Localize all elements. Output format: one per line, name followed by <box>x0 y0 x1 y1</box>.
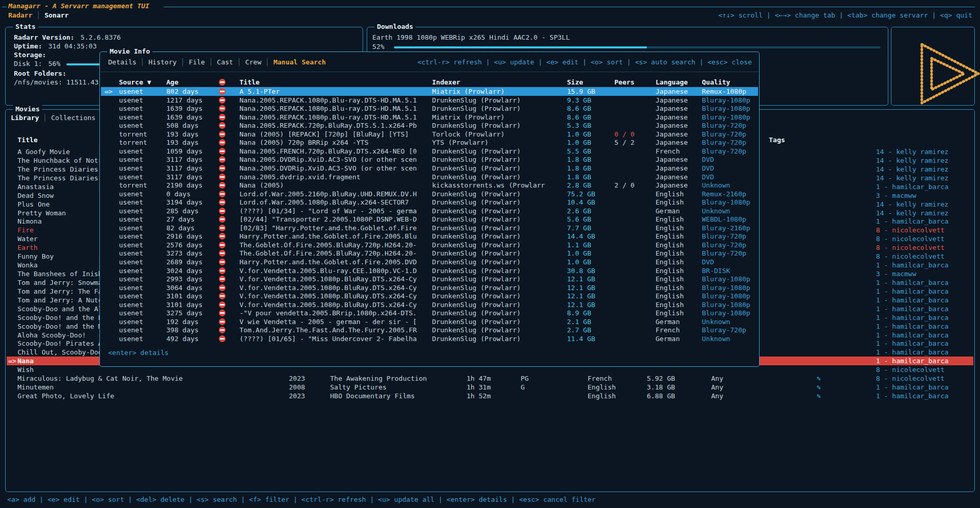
servarr-tab-radarr[interactable]: Radarr <box>8 11 32 19</box>
root-folders-heading: Root Folders: <box>14 70 66 77</box>
release-quality-cell: Unknown <box>702 181 730 190</box>
release-indexer-cell: Miatrix (Prowlarr) <box>432 87 505 96</box>
release-source-cell: usenet <box>119 258 143 266</box>
release-row[interactable]: usenet 1217 days Nana.2005.REPACK.1080p.… <box>101 96 758 105</box>
release-indexer-cell: DrunkenSlug (Prowlarr) <box>432 309 521 317</box>
movie-title-cell: Funny Boy <box>18 252 54 261</box>
release-language-cell: Japanese <box>656 104 688 113</box>
indexer-column-header[interactable]: Indexer <box>432 78 460 87</box>
release-row[interactable]: usenet 82 days [02/83] "Harry.Potter.and… <box>101 224 758 232</box>
movie-title-cell: Scooby-Doo! Pirates A <box>18 339 102 348</box>
movie-info-tab[interactable]: Crew <box>233 58 262 66</box>
release-row[interactable]: usenet 3101 days V.for.Vendetta.2005.108… <box>101 300 758 309</box>
age-column-header[interactable]: Age <box>166 78 178 87</box>
release-source-cell: torrent <box>119 138 147 147</box>
release-row[interactable]: usenet 492 days (????) [01/65] - "Miss U… <box>101 334 758 343</box>
movie-row[interactable]: Miraculous: Ladybug & Cat Noir, The Movi… <box>7 374 973 383</box>
movie-row[interactable]: Minutemen 2008 Salty Pictures 1h 31m G E… <box>7 383 973 392</box>
release-row[interactable]: usenet 27 days [02/44] "Transporter 2.20… <box>101 215 758 224</box>
release-title-cell: Lord.of.War.2005.2160p.BluRay.UHD.REMUX.… <box>239 190 417 198</box>
selection-marker: => <box>105 87 113 96</box>
peers-column-header[interactable]: Peers <box>614 78 634 87</box>
release-title-cell: [02/44] "Transporter 2.2005.1080P.DSNP.W… <box>239 215 417 224</box>
download-gauge <box>394 46 881 48</box>
movie-tag-cell: 1 - hamilcar_barca <box>876 348 949 357</box>
release-quality-cell: Unknown <box>702 334 730 343</box>
release-age-cell: 192 days <box>166 317 199 326</box>
release-row[interactable]: usenet 285 days (????) [01/34] - "Lord o… <box>101 207 758 215</box>
title-column-header[interactable]: Title <box>239 78 260 87</box>
selection-marker: => <box>8 357 16 365</box>
release-row[interactable]: usenet 0 days Lord.of.War.2005.2160p.Blu… <box>101 190 758 198</box>
release-row[interactable]: usenet 2576 days The.Goblet.Of.Fire.2005… <box>101 241 758 249</box>
rejected-icon <box>219 276 226 282</box>
release-row[interactable]: usenet 3117 days Nana.2005.DVDRip.XviD.A… <box>101 155 758 164</box>
release-age-cell: 2190 days <box>166 181 202 190</box>
movie-row[interactable]: Great Photo, Lovely Life 2023 HBO Docume… <box>7 392 973 400</box>
release-size-cell: 1.0 GB <box>567 258 591 266</box>
rejected-icon <box>219 327 226 333</box>
release-row[interactable]: usenet 3024 days V.for.Vendetta.2005.Blu… <box>101 266 758 275</box>
release-row[interactable]: usenet 192 days V wie Vendetta - 2005 - … <box>101 317 758 326</box>
release-size-cell: 2.7 GB <box>567 326 591 334</box>
release-row[interactable]: usenet 2916 days Harry.Potter.and.the.Go… <box>101 232 758 241</box>
release-row[interactable]: usenet 2689 days Harry.Potter.and.the.Go… <box>101 258 758 266</box>
release-indexer-cell: DrunkenSlug (Prowlarr) <box>432 232 521 241</box>
rejected-icon <box>219 165 226 172</box>
release-row[interactable]: usenet 3117 days nana.2005.dvdrip.xvid.f… <box>101 173 758 181</box>
movies-tab[interactable]: Collections <box>39 114 96 122</box>
release-row[interactable]: => usenet 802 days A 5.1-PTer Miatrix (P… <box>101 87 758 96</box>
rejected-icon <box>219 139 226 146</box>
release-language-cell: English <box>656 283 684 292</box>
movie-info-tab[interactable]: Details <box>108 58 136 66</box>
release-age-cell: 508 days <box>166 121 199 130</box>
release-row[interactable]: usenet 3101 days V.for.Vendetta.2005.108… <box>101 292 758 300</box>
release-row[interactable]: usenet 3194 days Lord.of.War.2005.1080p.… <box>101 198 758 207</box>
movie-info-tab[interactable]: Manual Search <box>261 58 325 66</box>
rejected-icon <box>219 318 226 325</box>
logo-panel <box>891 27 975 106</box>
movie-title-cell: Anastasia <box>18 182 54 191</box>
release-title-cell: V.for.Vendetta.2005.Blu-ray.CEE.1080p.VC… <box>239 266 417 275</box>
rejected-icon <box>219 156 226 163</box>
release-row[interactable]: usenet 1639 days Nana.2005.REPACK.1080p.… <box>101 113 758 122</box>
release-age-cell: 3117 days <box>166 173 202 181</box>
movie-info-tab[interactable]: File <box>177 58 205 66</box>
release-age-cell: 492 days <box>166 334 199 343</box>
release-row[interactable]: torrent 2190 days Nana (2005) kickasstor… <box>101 181 758 190</box>
release-row[interactable]: usenet 1639 days Nana.2005.REPACK.1080p.… <box>101 104 758 113</box>
release-size-cell: 12.1 GB <box>567 300 595 309</box>
release-row[interactable]: usenet 2993 days V.for.Vendetta.2005.108… <box>101 275 758 283</box>
release-source-cell: usenet <box>119 309 143 317</box>
release-age-cell: 3101 days <box>166 300 202 309</box>
movie-title-cell: Tom and Jerry: The Fa <box>18 287 102 296</box>
movie-info-tab[interactable]: History <box>136 58 177 66</box>
release-row[interactable]: usenet 3275 days -"V pour vendetta.2005.… <box>101 309 758 317</box>
release-row[interactable]: usenet 398 days Tom.And.Jerry.The.Fast.A… <box>101 326 758 334</box>
release-title-cell: Nana (2005) 720p BRRip x264 -YTS <box>239 138 368 147</box>
servarr-tab-sonarr[interactable]: Sonarr <box>44 11 68 19</box>
release-row[interactable]: usenet 508 days Nana.2005.REPACK.720p.Bl… <box>101 121 758 130</box>
release-row[interactable]: usenet 3117 days Nana.2005.DVDRip.XviD.A… <box>101 164 758 173</box>
release-row[interactable]: torrent 193 days Nana (2005) [REPACK] [7… <box>101 130 758 139</box>
rejected-icon <box>219 122 226 129</box>
storage-label: Storage: <box>14 51 46 59</box>
release-title-cell: V.for.Vendetta.2005.1080p.BluRay.DTS.x26… <box>239 300 417 309</box>
release-row[interactable]: torrent 193 days Nana (2005) 720p BRRip … <box>101 138 758 147</box>
rejected-icon <box>219 216 226 223</box>
movie-tag-cell: 14 - kelly ramirez <box>876 174 949 182</box>
release-row[interactable]: usenet 3273 days The.Goblet.Of.Fire.2005… <box>101 249 758 258</box>
movie-language-cell: English <box>588 392 616 400</box>
movie-size-cell: 5.92 GB <box>647 374 675 383</box>
release-row[interactable]: usenet 3064 days V.for.Vendetta.2005.108… <box>101 283 758 292</box>
release-language-cell: Japanese <box>656 181 688 190</box>
quality-column-header[interactable]: Quality <box>702 78 730 87</box>
size-column-header[interactable]: Size <box>567 78 583 87</box>
movie-info-tab[interactable]: Cast <box>205 58 233 66</box>
movie-title-cell: Minutemen <box>18 383 54 392</box>
source-column-header[interactable]: Source ▼ <box>119 78 151 87</box>
language-column-header[interactable]: Language <box>656 78 688 87</box>
movies-tab[interactable]: Library <box>11 114 39 122</box>
release-indexer-cell: DrunkenSlug (Prowlarr) <box>432 241 521 249</box>
release-row[interactable]: usenet 1059 days Nana.2005.FRENCH.720p.B… <box>101 147 758 156</box>
